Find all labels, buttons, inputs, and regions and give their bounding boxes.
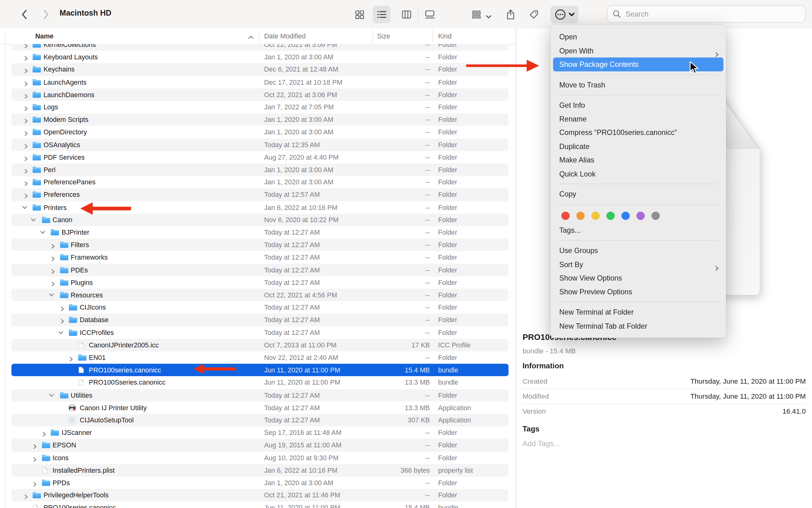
file-row-keyboard-layouts[interactable]: Keyboard LayoutsJan 1, 2020 at 3:00 AM--… bbox=[0, 51, 516, 64]
tag-color-dot[interactable] bbox=[561, 212, 570, 220]
file-row-launchagents[interactable]: LaunchAgentsDec 17, 2021 at 10:18 PM--Fo… bbox=[0, 76, 516, 88]
menu-item-copy[interactable]: Copy bbox=[551, 187, 726, 201]
gallery-view-button[interactable] bbox=[421, 6, 439, 23]
file-row-utilities[interactable]: UtilitiesToday at 12:27 AM--Folder bbox=[0, 389, 516, 401]
disclosure-right-icon[interactable] bbox=[24, 167, 28, 172]
menu-item-show-preview-options[interactable]: Show Preview Options bbox=[551, 285, 726, 299]
disclosure-down-icon[interactable] bbox=[51, 393, 55, 397]
disclosure-right-icon[interactable] bbox=[24, 55, 28, 59]
file-row-logs[interactable]: LogsJan 7, 2022 at 7:05 PM--Folder bbox=[0, 101, 516, 114]
file-row-frameworks[interactable]: FrameworksToday at 12:27 AM--Folder bbox=[0, 251, 516, 264]
file-row-modem-scripts[interactable]: Modem ScriptsJan 1, 2020 at 3:00 AM--Fol… bbox=[0, 114, 516, 126]
menu-item-rename[interactable]: Rename bbox=[551, 112, 726, 126]
file-row-bjprinter[interactable]: BJPrinterToday at 12:27 AM--Folder bbox=[0, 226, 516, 239]
file-row-cijicons[interactable]: CIJIconsToday at 12:27 AM--Folder bbox=[0, 301, 516, 314]
menu-item-show-view-options[interactable]: Show View Options bbox=[551, 271, 726, 285]
file-row-privilegedhelpertools[interactable]: PrivilegedHelperToolsOct 21, 2021 at 11:… bbox=[0, 489, 516, 501]
file-row-ppds[interactable]: PPDsJan 1, 2020 at 3:00 AM--Folder bbox=[0, 476, 516, 489]
group-by-button[interactable] bbox=[468, 6, 485, 23]
file-row-perl[interactable]: PerlJan 1, 2020 at 3:00 AM--Folder bbox=[0, 163, 516, 176]
column-view-button[interactable] bbox=[398, 6, 415, 23]
menu-item-make-alias[interactable]: Make Alias bbox=[551, 153, 726, 167]
back-button[interactable] bbox=[15, 6, 33, 23]
column-header-kind[interactable]: Kind bbox=[438, 32, 452, 40]
disclosure-right-icon[interactable] bbox=[60, 305, 65, 310]
tag-color-dot[interactable] bbox=[591, 212, 600, 220]
disclosure-right-icon[interactable] bbox=[42, 430, 46, 435]
sort-ascending-icon[interactable] bbox=[248, 33, 254, 41]
menu-item-new-terminal-at-folder[interactable]: New Terminal at Folder bbox=[551, 305, 726, 319]
file-row-canonijprinter2005-icc[interactable]: CanonIJPrinter2005.iccOct 7, 2013 at 11:… bbox=[0, 339, 516, 351]
tag-color-dot[interactable] bbox=[652, 212, 660, 220]
more-actions-button[interactable] bbox=[551, 6, 578, 23]
file-row-opendirectory[interactable]: OpenDirectoryJan 1, 2020 at 3:00 AM--Fol… bbox=[0, 126, 516, 138]
file-row-pdf-services[interactable]: PDF ServicesAug 27, 2020 at 4:40 PM--Fol… bbox=[0, 151, 516, 163]
disclosure-right-icon[interactable] bbox=[51, 268, 55, 272]
disclosure-right-icon[interactable] bbox=[33, 480, 37, 485]
disclosure-down-icon[interactable] bbox=[60, 330, 65, 335]
file-row-preferencepanes[interactable]: PreferencePanesJan 1, 2020 at 3:00 AM--F… bbox=[0, 176, 516, 188]
tags-button[interactable] bbox=[525, 6, 542, 23]
file-row-preferences[interactable]: PreferencesToday at 12:57 AM--Folder bbox=[0, 189, 516, 201]
list-view-button[interactable] bbox=[373, 6, 390, 23]
disclosure-right-icon[interactable] bbox=[51, 243, 55, 247]
file-row-iccprofiles[interactable]: ICCProfilesToday at 12:27 AM--Folder bbox=[0, 326, 516, 339]
menu-item-compress-pro100series-canonicc[interactable]: Compress “PRO100series.canonicc” bbox=[551, 126, 726, 139]
forward-button[interactable] bbox=[37, 6, 55, 23]
file-row-installedprinters-plist[interactable]: InstalledPrinters.plistJan 6, 2022 at 10… bbox=[0, 464, 516, 476]
menu-item-open[interactable]: Open bbox=[551, 30, 726, 44]
add-tags-field[interactable]: Add Tags... bbox=[523, 439, 560, 448]
file-row-pdes[interactable]: PDEsToday at 12:27 AM--Folder bbox=[0, 264, 516, 276]
disclosure-right-icon[interactable] bbox=[24, 92, 28, 97]
disclosure-down-icon[interactable] bbox=[33, 217, 37, 222]
file-row-osanalytics[interactable]: OSAnalyticsToday at 12:35 AM--Folder bbox=[0, 138, 516, 151]
menu-item-duplicate[interactable]: Duplicate bbox=[551, 139, 726, 153]
file-row-kernelcollections[interactable]: KernelCollectionsOct 22, 2021 at 3:06 PM… bbox=[0, 44, 516, 51]
file-row-printers[interactable]: PrintersJan 6, 2022 at 10:16 PM--Folder bbox=[0, 201, 516, 214]
menu-item-get-info[interactable]: Get Info bbox=[551, 98, 726, 112]
search-input[interactable] bbox=[624, 9, 782, 19]
tag-color-dot[interactable] bbox=[636, 212, 645, 220]
menu-item-new-terminal-tab-at-folder[interactable]: New Terminal Tab at Folder bbox=[551, 319, 726, 333]
disclosure-right-icon[interactable] bbox=[33, 456, 37, 460]
file-row-en01[interactable]: EN01Nov 22, 2012 at 2:40 AM--Folder bbox=[0, 351, 516, 364]
column-header-size[interactable]: Size bbox=[377, 32, 390, 40]
disclosure-right-icon[interactable] bbox=[24, 180, 28, 185]
search-field[interactable] bbox=[607, 5, 806, 23]
menu-item-move-to-trash[interactable]: Move to Trash bbox=[551, 78, 726, 91]
disclosure-right-icon[interactable] bbox=[51, 280, 55, 285]
menu-item-quick-look[interactable]: Quick Look bbox=[551, 167, 726, 180]
file-row-icons[interactable]: IconsAug 10, 2020 at 9:30 PM--Folder bbox=[0, 452, 516, 464]
icon-view-button[interactable] bbox=[350, 6, 368, 23]
disclosure-right-icon[interactable] bbox=[24, 67, 28, 72]
disclosure-right-icon[interactable] bbox=[24, 142, 28, 147]
disclosure-right-icon[interactable] bbox=[24, 118, 28, 122]
disclosure-right-icon[interactable] bbox=[24, 193, 28, 197]
tag-color-dot[interactable] bbox=[622, 212, 630, 220]
menu-item-sort-by[interactable]: Sort By bbox=[551, 257, 726, 271]
file-row-filters[interactable]: FiltersToday at 12:27 AM--Folder bbox=[0, 239, 516, 251]
column-header-name[interactable]: Name bbox=[35, 32, 54, 40]
file-row-resources[interactable]: ResourcesOct 22, 2021 at 4:56 PM--Folder bbox=[0, 289, 516, 301]
share-button[interactable] bbox=[502, 6, 519, 23]
file-row-pro100series-canonicc[interactable]: PRO100series.canoniccJun 11, 2020 at 11:… bbox=[0, 502, 516, 508]
disclosure-down-icon[interactable] bbox=[51, 293, 55, 297]
file-row-cijautosetuptool[interactable]: CIJAutoSetupToolToday at 12:27 AM307 KBA… bbox=[0, 414, 516, 426]
disclosure-right-icon[interactable] bbox=[51, 255, 55, 260]
disclosure-right-icon[interactable] bbox=[24, 130, 28, 135]
disclosure-right-icon[interactable] bbox=[24, 155, 28, 160]
file-row-epson[interactable]: EPSONAug 19, 2015 at 11:00 AM--Folder bbox=[0, 439, 516, 452]
disclosure-right-icon[interactable] bbox=[24, 80, 28, 84]
disclosure-right-icon[interactable] bbox=[24, 105, 28, 110]
file-row-plugins[interactable]: PluginsToday at 12:27 AM--Folder bbox=[0, 276, 516, 289]
disclosure-right-icon[interactable] bbox=[24, 44, 28, 47]
file-row-canon-ij-printer-utility[interactable]: Canon IJ Printer UtilityToday at 12:27 A… bbox=[0, 401, 516, 414]
disclosure-right-icon[interactable] bbox=[69, 355, 74, 360]
file-row-launchdaemons[interactable]: LaunchDaemonsOct 22, 2021 at 3:06 PM--Fo… bbox=[0, 88, 516, 101]
disclosure-right-icon[interactable] bbox=[33, 443, 37, 448]
menu-item-tags[interactable]: Tags... bbox=[551, 223, 726, 237]
menu-item-use-groups[interactable]: Use Groups bbox=[551, 244, 726, 257]
file-row-keychains[interactable]: KeychainsDec 6, 2021 at 12:48 AM--Folder bbox=[0, 64, 516, 76]
disclosure-down-icon[interactable] bbox=[24, 205, 28, 210]
file-row-ijscanner[interactable]: IJScannerSep 17, 2016 at 11:48 AM--Folde… bbox=[0, 426, 516, 439]
